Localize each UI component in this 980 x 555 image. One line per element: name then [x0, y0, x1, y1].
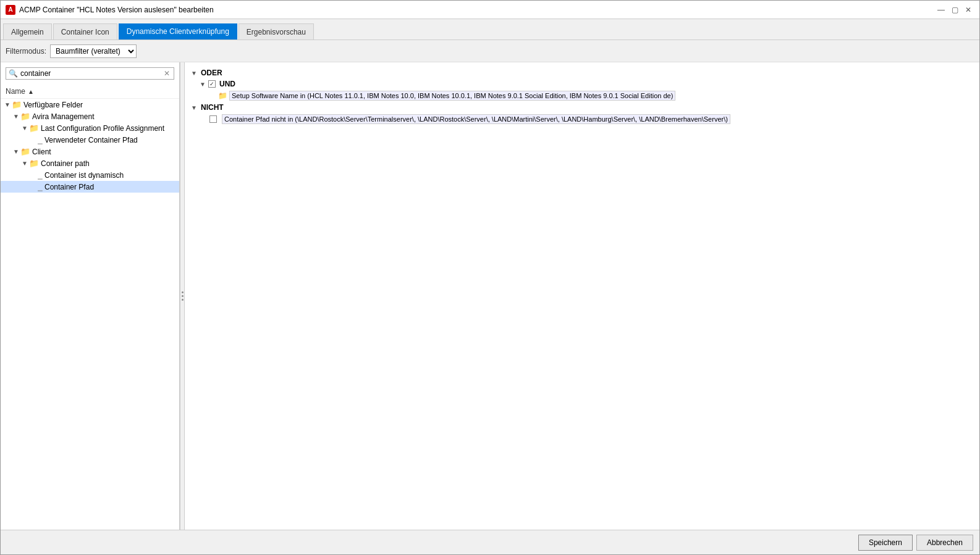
filtermodus-select[interactable]: Baumfilter (veraltet) Standardfilter	[50, 44, 137, 58]
splitter[interactable]	[180, 62, 185, 530]
expand-client[interactable]: ▼	[12, 148, 20, 155]
sort-icon: ▲	[28, 88, 34, 95]
window-title: ACMP Container "HCL Notes Version ausles…	[19, 6, 214, 14]
folder-icon-client: 📁	[20, 147, 30, 156]
cancel-button[interactable]: Abbrechen	[916, 535, 973, 551]
search-container: 🔍 ✕	[1, 62, 179, 85]
checkbox-container-pfad-nicht[interactable]	[209, 115, 217, 123]
expand-oder[interactable]: ▼	[190, 70, 198, 77]
expand-avira[interactable]: ▼	[12, 113, 20, 120]
splitter-dot-3	[182, 299, 184, 301]
expand-container-path[interactable]: ▼	[20, 160, 29, 167]
filtermodus-label: Filtermodus:	[6, 47, 46, 56]
close-button[interactable]: ✕	[962, 4, 974, 16]
filter-row-setup-software[interactable]: 📁 Setup Software Name in (HCL Notes 11.0…	[185, 90, 979, 102]
toolbar: Filtermodus: Baumfilter (veraltet) Stand…	[1, 40, 979, 62]
filter-row-nicht[interactable]: ▼ NICHT	[185, 102, 979, 113]
tree-item-container-path[interactable]: ▼ 📁 Container path	[1, 157, 179, 169]
filter-tree: ▼ ODER ▼ ✓ UND 📁	[185, 62, 979, 530]
expand-last-config[interactable]: ▼	[20, 125, 29, 131]
title-bar: A ACMP Container "HCL Notes Version ausl…	[1, 1, 979, 19]
search-icon: 🔍	[9, 69, 18, 78]
minimize-button[interactable]: —	[935, 4, 947, 16]
filter-row-und[interactable]: ▼ ✓ UND	[185, 78, 979, 90]
tree-item-container-pfad[interactable]: ⎯ Container Pfad	[1, 181, 179, 193]
filter-value-container-pfad-nicht: Container Pfad nicht in (\LAND\Rostock\S…	[222, 114, 730, 124]
search-wrapper: 🔍 ✕	[6, 67, 174, 80]
splitter-dot-2	[182, 295, 184, 297]
field-icon-cp: ⎯	[38, 182, 43, 191]
main-window: A ACMP Container "HCL Notes Version ausl…	[0, 0, 980, 555]
search-clear-button[interactable]: ✕	[163, 69, 171, 78]
folder-icon-verfugbare: 📁	[12, 100, 22, 109]
tree-item-client[interactable]: ▼ 📁 Client	[1, 146, 179, 157]
tab-container-icon[interactable]: Container Icon	[53, 23, 117, 40]
tab-dynamische[interactable]: Dynamische Clientverknüpfung	[119, 23, 237, 40]
tree-item-avira[interactable]: ▼ 📁 Avira Management	[1, 111, 179, 122]
expand-verfugbare[interactable]: ▼	[3, 101, 12, 108]
splitter-dot-1	[182, 291, 184, 293]
right-panel: ▼ ODER ▼ ✓ UND 📁	[185, 62, 979, 530]
folder-icon-avira: 📁	[20, 112, 30, 121]
search-input[interactable]	[20, 69, 163, 78]
folder-icon-filter-setup: 📁	[218, 91, 227, 100]
field-icon-verwendeter: ⎯	[38, 135, 43, 144]
main-content: 🔍 ✕ Name ▲ ▼ 📁 Verfügbare Felder	[1, 62, 979, 530]
tree-item-verfugbare-felder[interactable]: ▼ 📁 Verfügbare Felder	[1, 99, 179, 111]
save-button[interactable]: Speichern	[858, 535, 913, 551]
expand-und[interactable]: ▼	[198, 81, 207, 88]
title-bar-controls: — ▢ ✕	[935, 4, 974, 16]
expand-nicht[interactable]: ▼	[190, 104, 198, 111]
tab-allgemein[interactable]: Allgemein	[3, 23, 52, 40]
filter-row-oder[interactable]: ▼ ODER	[185, 67, 979, 78]
tree-item-verwendeter[interactable]: ⎯ Verwendeter Container Pfad	[1, 134, 179, 146]
tree-header: Name ▲	[1, 85, 179, 99]
filter-value-setup-software: Setup Software Name in (HCL Notes 11.0.1…	[229, 91, 675, 101]
folder-icon-container-path: 📁	[29, 159, 39, 168]
tab-ergebnisvorschau[interactable]: Ergebnisvorschau	[239, 23, 314, 40]
tree-item-last-config[interactable]: ▼ 📁 Last Configuration Profile Assignmen…	[1, 122, 179, 134]
tabs-bar: Allgemein Container Icon Dynamische Clie…	[1, 19, 979, 40]
maximize-button[interactable]: ▢	[948, 4, 961, 16]
title-bar-left: A ACMP Container "HCL Notes Version ausl…	[6, 5, 214, 15]
left-panel: 🔍 ✕ Name ▲ ▼ 📁 Verfügbare Felder	[1, 62, 180, 530]
checkbox-und[interactable]: ✓	[208, 80, 216, 88]
folder-icon-last-config: 📁	[29, 123, 39, 133]
tree-item-container-ist-dynamisch[interactable]: ⎯ Container ist dynamisch	[1, 169, 179, 181]
tree-panel[interactable]: ▼ 📁 Verfügbare Felder ▼ 📁 Avira Manageme…	[1, 99, 179, 530]
filter-row-container-pfad-nicht[interactable]: Container Pfad nicht in (\LAND\Rostock\S…	[185, 113, 979, 125]
footer: Speichern Abbrechen	[1, 530, 979, 554]
field-icon-cid: ⎯	[38, 170, 43, 180]
app-icon: A	[6, 5, 15, 15]
